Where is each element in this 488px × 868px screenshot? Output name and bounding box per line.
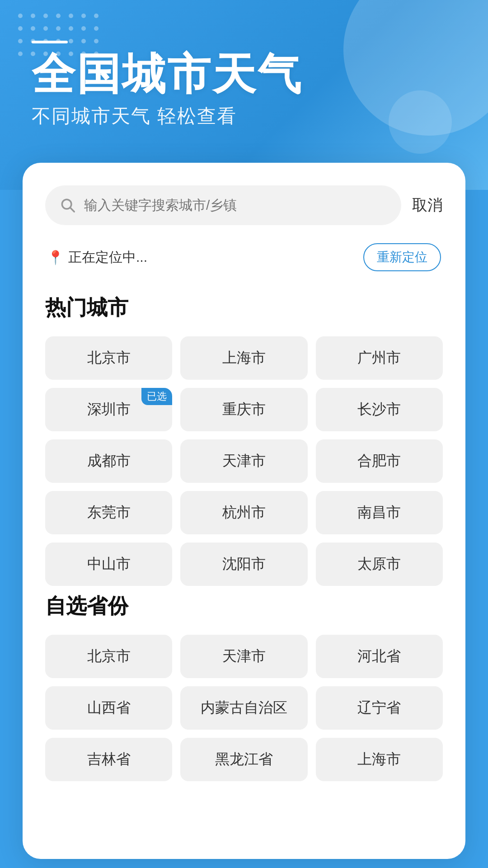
hot-city-button[interactable]: 广州市	[316, 336, 443, 380]
main-card: 取消 📍 正在定位中... 重新定位 热门城市 北京市上海市广州市深圳市已选重庆…	[23, 163, 465, 859]
hot-city-button[interactable]: 杭州市	[180, 491, 307, 534]
hero-content: 全国城市天气 不同城市天气 轻松查看	[32, 41, 303, 129]
hot-city-button[interactable]: 上海市	[180, 336, 307, 380]
hot-city-button[interactable]: 太原市	[316, 542, 443, 586]
svg-line-1	[70, 208, 75, 212]
location-left: 📍 正在定位中...	[47, 248, 147, 267]
hot-cities-title: 热门城市	[45, 294, 443, 322]
province-button[interactable]: 黑龙江省	[180, 738, 307, 781]
search-row: 取消	[45, 185, 443, 225]
location-row: 📍 正在定位中... 重新定位	[45, 243, 443, 271]
province-button[interactable]: 山西省	[45, 686, 172, 730]
hot-city-button[interactable]: 成都市	[45, 439, 172, 483]
hot-city-button[interactable]: 南昌市	[316, 491, 443, 534]
hero-title: 全国城市天气	[32, 52, 303, 97]
hot-city-button[interactable]: 中山市	[45, 542, 172, 586]
hot-cities-grid: 北京市上海市广州市深圳市已选重庆市长沙市成都市天津市合肥市东莞市杭州市南昌市中山…	[45, 336, 443, 586]
hot-city-button[interactable]: 长沙市	[316, 388, 443, 431]
hot-city-button[interactable]: 北京市	[45, 336, 172, 380]
province-button[interactable]: 北京市	[45, 635, 172, 678]
hot-city-button[interactable]: 天津市	[180, 439, 307, 483]
hot-city-button[interactable]: 东莞市	[45, 491, 172, 534]
hot-city-button[interactable]: 沈阳市	[180, 542, 307, 586]
hero-circle-small	[389, 90, 452, 154]
hot-city-button[interactable]: 深圳市已选	[45, 388, 172, 431]
province-button[interactable]: 吉林省	[45, 738, 172, 781]
hero-line-decoration	[32, 41, 68, 43]
search-input[interactable]	[84, 198, 388, 213]
province-button[interactable]: 河北省	[316, 635, 443, 678]
hero-subtitle: 不同城市天气 轻松查看	[32, 104, 303, 129]
hero-section: 全国城市天气 不同城市天气 轻松查看	[0, 0, 488, 190]
province-section: 自选省份 北京市天津市河北省山西省内蒙古自治区辽宁省吉林省黑龙江省上海市	[45, 592, 443, 781]
location-status-text: 正在定位中...	[68, 248, 147, 267]
province-grid: 北京市天津市河北省山西省内蒙古自治区辽宁省吉林省黑龙江省上海市	[45, 635, 443, 781]
province-button[interactable]: 天津市	[180, 635, 307, 678]
location-pin-icon: 📍	[47, 250, 64, 265]
province-section-title: 自选省份	[45, 592, 443, 620]
hot-city-button[interactable]: 重庆市	[180, 388, 307, 431]
province-button[interactable]: 辽宁省	[316, 686, 443, 730]
selected-badge: 已选	[141, 388, 172, 405]
province-button[interactable]: 上海市	[316, 738, 443, 781]
search-icon	[59, 196, 77, 214]
cancel-button[interactable]: 取消	[412, 190, 443, 220]
relocate-button[interactable]: 重新定位	[363, 243, 441, 271]
hot-cities-section: 热门城市 北京市上海市广州市深圳市已选重庆市长沙市成都市天津市合肥市东莞市杭州市…	[45, 294, 443, 586]
province-button[interactable]: 内蒙古自治区	[180, 686, 307, 730]
hot-city-button[interactable]: 合肥市	[316, 439, 443, 483]
search-box	[45, 185, 401, 225]
